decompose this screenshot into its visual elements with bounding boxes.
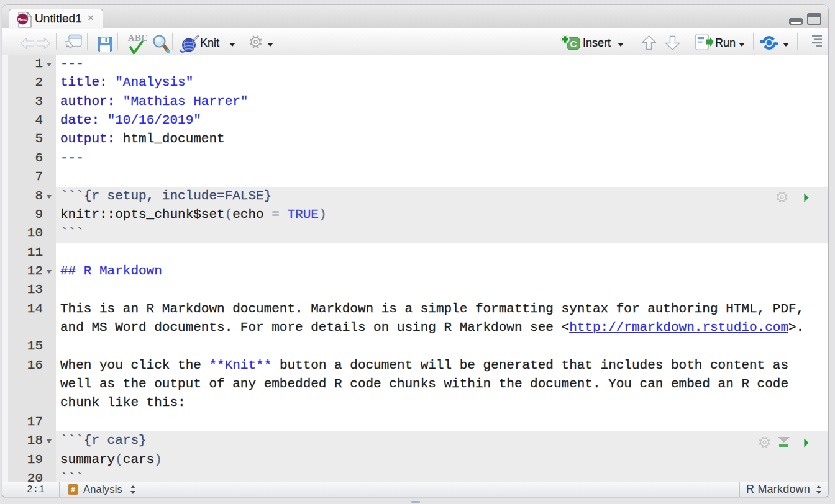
svg-text:#: # xyxy=(71,485,75,494)
svg-text:ABC: ABC xyxy=(128,34,147,43)
svg-text:Rmd: Rmd xyxy=(18,17,28,22)
svg-text:C: C xyxy=(570,38,577,49)
